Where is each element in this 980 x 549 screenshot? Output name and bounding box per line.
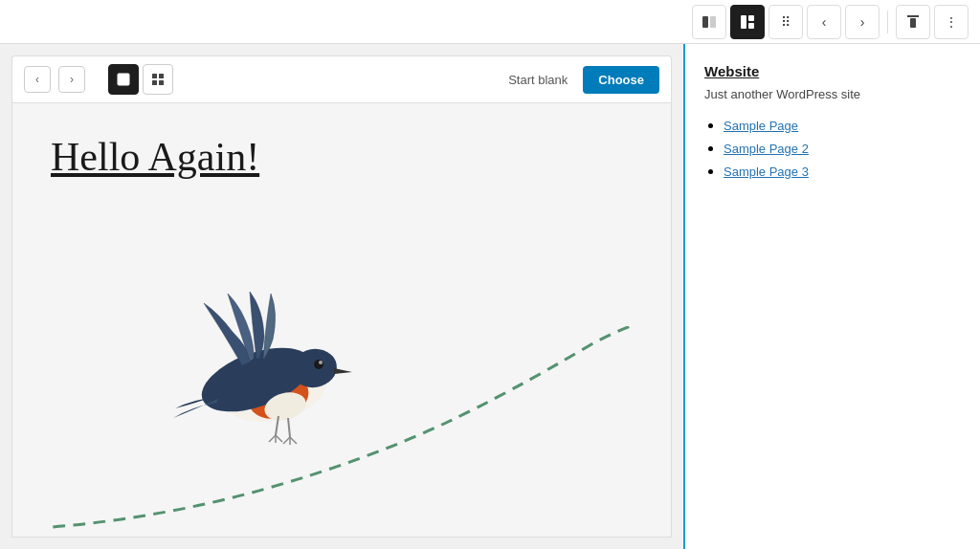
start-blank-label: Start blank: [508, 73, 568, 87]
svg-rect-4: [748, 23, 754, 29]
pattern-nav-back-button[interactable]: ‹: [24, 66, 51, 93]
canvas-area: Hello Again!: [11, 102, 672, 538]
sidebar-subtitle: Just another WordPress site: [704, 87, 961, 101]
drag-handle-button[interactable]: ⠿: [768, 5, 803, 39]
sidebar-toggle-button[interactable]: [692, 5, 726, 39]
list-item: Sample Page 3: [724, 163, 961, 180]
more-options-button[interactable]: ⋮: [934, 5, 969, 39]
editor-panel: ‹ › Start: [0, 44, 683, 549]
sample-page-1-link[interactable]: Sample Page: [724, 119, 798, 133]
svg-rect-5: [907, 15, 919, 17]
bird-illustration: [166, 284, 386, 460]
svg-rect-1: [710, 16, 716, 28]
list-item: Sample Page 2: [724, 140, 961, 157]
svg-rect-2: [741, 15, 746, 29]
grid-view-icon[interactable]: [143, 64, 173, 95]
svg-line-21: [288, 418, 290, 437]
align-top-button[interactable]: [896, 5, 930, 39]
pattern-view-button[interactable]: [730, 5, 765, 39]
nav-back-button[interactable]: ‹: [807, 5, 841, 39]
sidebar-title: Website: [704, 63, 961, 79]
svg-rect-11: [152, 80, 157, 85]
right-sidebar: Website Just another WordPress site Samp…: [683, 44, 980, 549]
list-item: Sample Page: [724, 117, 961, 134]
top-toolbar: ⠿ ‹ › ⋮: [0, 0, 980, 44]
pattern-bar: ‹ › Start: [11, 55, 672, 102]
svg-point-19: [319, 361, 323, 364]
nav-forward-button[interactable]: ›: [845, 5, 880, 39]
svg-line-27: [290, 437, 297, 444]
svg-rect-3: [748, 15, 754, 21]
svg-line-25: [283, 437, 290, 444]
svg-line-24: [276, 435, 282, 442]
svg-rect-10: [159, 74, 164, 78]
svg-line-22: [269, 435, 276, 442]
svg-point-18: [314, 360, 323, 369]
sample-page-3-link[interactable]: Sample Page 3: [724, 165, 809, 179]
choose-button[interactable]: Choose: [583, 66, 659, 94]
bird-svg: [166, 284, 386, 456]
svg-rect-6: [910, 18, 916, 28]
pattern-nav-forward-button[interactable]: ›: [58, 66, 85, 93]
toolbar-separator: [887, 11, 888, 33]
svg-rect-9: [152, 74, 157, 78]
single-view-icon[interactable]: [108, 64, 139, 95]
svg-rect-12: [159, 80, 164, 85]
view-icons: [108, 64, 173, 95]
svg-rect-8: [120, 76, 123, 83]
main-area: ‹ › Start: [0, 44, 980, 549]
canvas-heading: Hello Again!: [12, 103, 671, 195]
sample-page-2-link[interactable]: Sample Page 2: [724, 142, 809, 156]
sidebar-nav-list: Sample Page Sample Page 2 Sample Page 3: [704, 117, 961, 180]
svg-rect-0: [702, 16, 708, 28]
